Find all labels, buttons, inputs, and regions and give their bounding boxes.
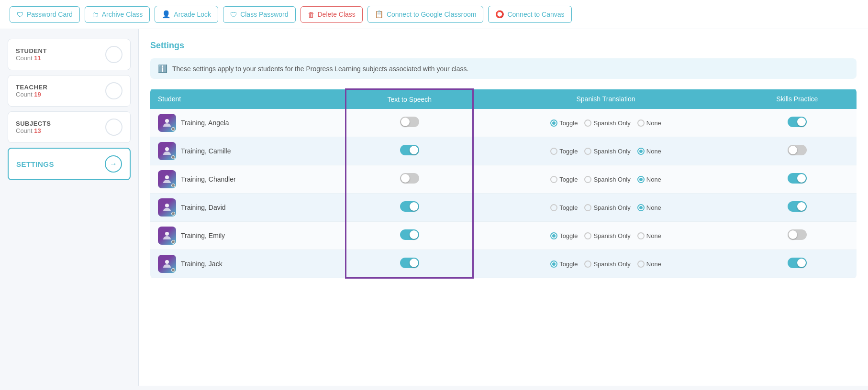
sidebar-student[interactable]: STUDENT Count 11 [8,39,131,70]
tts-cell-5[interactable] [346,250,473,278]
spanish-only-radio-1[interactable]: Spanish Only [584,148,630,155]
delete-class-button-icon: 🗑 [308,11,315,19]
settings-title: Settings [150,41,857,51]
spanish-cell-5[interactable]: Toggle Spanish Only None [473,250,738,278]
skills-cell-5[interactable] [738,250,857,278]
arcade-lock-button[interactable]: 👤Arcade Lock [155,6,218,23]
spanish-none-radio-0[interactable]: None [637,119,661,127]
spanish-none-radio-2[interactable]: None [637,176,661,183]
delete-class-button[interactable]: 🗑Delete Class [300,6,363,23]
svg-point-2 [165,175,169,179]
settings-label: SETTINGS [16,160,54,168]
tts-cell-3[interactable] [346,194,473,222]
spanish-toggle-radio-2[interactable]: Toggle [550,176,578,183]
svg-point-3 [165,204,169,207]
table-row: Training, Chandler Toggle Spanish Only [150,165,857,194]
info-banner: ℹ️ These settings apply to your students… [150,58,857,79]
google-classroom-button[interactable]: 📋Connect to Google Classroom [367,6,484,23]
spanish-radio-group-0: Toggle Spanish Only None [481,119,730,127]
spanish-toggle-radio-3[interactable]: Toggle [550,204,578,211]
col-student: Student [150,89,346,109]
tts-cell-0[interactable] [346,109,473,137]
sidebar-subjects-label: SUBJECTS [16,120,51,127]
archive-class-button[interactable]: 🗂Archive Class [85,6,150,23]
password-card-button[interactable]: 🛡Password Card [10,6,80,23]
spanish-none-radio-4[interactable]: None [637,232,661,239]
skills-cell-3[interactable] [738,194,857,222]
skills-toggle-5[interactable] [788,258,807,268]
tts-toggle-2[interactable] [400,173,419,184]
settings-arrow[interactable]: → [105,155,122,173]
tts-toggle-3[interactable] [400,201,419,212]
skills-toggle-2[interactable] [788,173,807,184]
class-password-button[interactable]: 🛡Class Password [223,6,295,23]
spanish-toggle-radio-5[interactable]: Toggle [550,260,578,268]
table-row: Training, Jack Toggle Spanish Only [150,250,857,278]
tts-toggle-1[interactable] [400,145,419,155]
canvas-button[interactable]: ⭕Connect to Canvas [488,6,571,23]
spanish-radio-group-1: Toggle Spanish Only None [481,148,730,155]
spanish-only-radio-3[interactable]: Spanish Only [584,204,630,211]
tts-toggle-5[interactable] [400,258,419,268]
spanish-only-radio-5[interactable]: Spanish Only [584,260,630,268]
table-row: Training, David Toggle Spanish Only [150,194,857,222]
spanish-cell-4[interactable]: Toggle Spanish Only None [473,222,738,250]
sidebar-teacher[interactable]: TEACHER Count 19 [8,75,131,107]
student-name-3: Training, David [181,204,226,211]
skills-cell-2[interactable] [738,165,857,194]
sidebar-settings[interactable]: SETTINGS → [8,148,131,180]
spanish-toggle-radio-4[interactable]: Toggle [550,232,578,239]
tts-cell-1[interactable] [346,137,473,165]
spanish-cell-0[interactable]: Toggle Spanish Only None [473,109,738,137]
sidebar: STUDENT Count 11 TEACHER Count 19 SUBJEC… [0,29,139,386]
skills-toggle-3[interactable] [788,201,807,212]
spanish-only-radio-0[interactable]: Spanish Only [584,119,630,127]
sidebar-student-count: Count 11 [16,54,47,62]
password-card-button-icon: 🛡 [17,11,24,19]
settings-table: Student Text to Speech Spanish Translati… [150,88,857,279]
spanish-radio-group-5: Toggle Spanish Only None [481,260,730,268]
sidebar-subjects[interactable]: SUBJECTS Count 13 [8,111,131,143]
spanish-none-radio-1[interactable]: None [637,148,661,155]
tts-toggle-4[interactable] [400,229,419,240]
canvas-button-icon: ⭕ [495,10,504,19]
skills-toggle-1[interactable] [788,145,807,155]
skills-cell-0[interactable] [738,109,857,137]
student-avatar-2 [158,170,176,188]
student-avatar-3 [158,198,176,217]
skills-cell-1[interactable] [738,137,857,165]
toolbar: 🛡Password Card🗂Archive Class👤Arcade Lock… [0,0,868,29]
sidebar-teacher-count: Count 19 [16,91,47,98]
student-name-1: Training, Camille [181,147,231,155]
spanish-only-radio-2[interactable]: Spanish Only [584,176,630,183]
sidebar-student-label: STUDENT [16,47,47,54]
student-cell-2: Training, Chandler [150,165,346,194]
spanish-cell-1[interactable]: Toggle Spanish Only None [473,137,738,165]
archive-class-button-icon: 🗂 [92,11,99,19]
student-name-0: Training, Angela [181,119,229,127]
spanish-cell-2[interactable]: Toggle Spanish Only None [473,165,738,194]
spanish-none-radio-5[interactable]: None [637,260,661,268]
student-cell-3: Training, David [150,194,346,222]
sidebar-teacher-circle [105,82,122,99]
spanish-radio-group-4: Toggle Spanish Only None [481,232,730,239]
student-name-2: Training, Chandler [181,175,236,183]
google-classroom-button-icon: 📋 [375,10,384,19]
student-avatar-5 [158,255,176,273]
skills-cell-4[interactable] [738,222,857,250]
tts-cell-2[interactable] [346,165,473,194]
sidebar-teacher-label: TEACHER [16,84,47,91]
info-text: These settings apply to your students fo… [172,65,468,73]
spanish-none-radio-3[interactable]: None [637,204,661,211]
svg-point-0 [165,119,169,123]
class-password-button-icon: 🛡 [230,11,237,19]
tts-cell-4[interactable] [346,222,473,250]
tts-toggle-0[interactable] [400,117,419,127]
sidebar-subjects-circle [105,119,122,136]
skills-toggle-0[interactable] [788,117,807,127]
spanish-only-radio-4[interactable]: Spanish Only [584,232,630,239]
spanish-cell-3[interactable]: Toggle Spanish Only None [473,194,738,222]
spanish-toggle-radio-0[interactable]: Toggle [550,119,578,127]
skills-toggle-4[interactable] [788,229,807,240]
spanish-toggle-radio-1[interactable]: Toggle [550,148,578,155]
